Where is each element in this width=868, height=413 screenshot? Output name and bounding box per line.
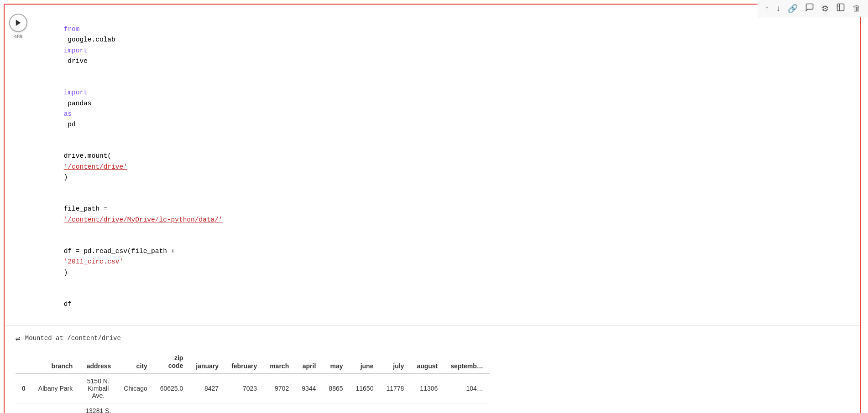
col-header-april: april [295, 351, 322, 373]
cell-jul-0: 11778 [380, 374, 410, 403]
cell-may-0: 8865 [322, 374, 349, 403]
string-file-path: '/content/drive/MyDrive/lc-python/data/' [64, 216, 223, 223]
string-csv-file: '2011_circ.csv' [64, 258, 124, 265]
col-header-june: june [350, 351, 380, 373]
cell-city-0: Chicago [117, 374, 153, 403]
table-header-row: branch address city zipcode january febr… [16, 351, 490, 373]
cell-sep-1: 7… [444, 403, 490, 413]
col-header-index [16, 351, 32, 373]
cell-feb-0: 7023 [225, 374, 263, 403]
svg-rect-0 [837, 4, 844, 11]
cell-jun-1: 870 [350, 403, 380, 413]
col-header-branch: branch [32, 351, 79, 373]
comment-icon[interactable] [805, 3, 814, 14]
col-header-zip: zipcode [154, 351, 190, 373]
col-header-march: march [263, 351, 295, 373]
cell-jul-1: 713 [380, 403, 410, 413]
dataframe-output: branch address city zipcode january febr… [16, 351, 852, 413]
link-icon[interactable]: 🔗 [788, 4, 798, 14]
col-header-july: july [380, 351, 410, 373]
settings-icon[interactable]: ⚙ [821, 4, 829, 14]
cell-jan-1: 1258 [189, 403, 225, 413]
cell-apr-1: 804 [295, 403, 322, 413]
col-header-september: septemb… [444, 351, 490, 373]
table-row: 1 Altgeld 13281 S.CorlissAve. Chicago 60… [16, 403, 490, 413]
notebook-toolbar: ↑ ↓ 🔗 ⚙ 🗑 [758, 0, 868, 17]
code-line-5: df = pd.read_csv(file_path + '2011_circ.… [32, 236, 852, 289]
cell-feb-1: 708 [225, 403, 263, 413]
cell-branch-0: Albany Park [32, 374, 79, 403]
string-content-drive: '/content/drive' [64, 163, 127, 170]
table-row: 0 Albany Park 5150 N.KimballAve. Chicago… [16, 374, 490, 403]
cell-sep-0: 104… [444, 374, 490, 403]
cell-branch-1: Altgeld [32, 403, 79, 413]
code-cell: 489 from google.colab import drive impor… [4, 4, 861, 413]
exec-count: 489 [14, 34, 22, 39]
col-header-february: february [225, 351, 263, 373]
cell-address-0: 5150 N.KimballAve. [79, 374, 117, 403]
cell-aug-0: 11306 [410, 374, 444, 403]
cell-zip-0: 60625.0 [154, 374, 190, 403]
cell-jun-0: 11650 [350, 374, 380, 403]
dataframe-table: branch address city zipcode january febr… [16, 351, 490, 413]
drive-mount-icon: ⇌ [16, 333, 21, 343]
cell-jan-0: 8427 [189, 374, 225, 403]
cell-zip-1: 60827.0 [154, 403, 190, 413]
code-line-2: import pandas as pd [32, 77, 852, 140]
code-line-6: df [32, 289, 852, 320]
row-index-1: 1 [16, 403, 32, 413]
keyword-from: from [64, 26, 80, 33]
keyword-as: as [64, 110, 72, 118]
col-header-august: august [410, 351, 444, 373]
svg-marker-1 [16, 20, 21, 26]
col-header-city: city [117, 351, 153, 373]
cell-aug-1: 480 [410, 403, 444, 413]
delete-icon[interactable]: 🗑 [852, 4, 861, 13]
code-line-3: drive.mount( '/content/drive' ) [32, 140, 852, 193]
cell-mar-0: 9702 [263, 374, 295, 403]
cell-may-1: 816 [322, 403, 349, 413]
move-up-icon[interactable]: ↑ [765, 4, 769, 13]
keyword-import: import [64, 47, 88, 54]
cell-city-1: Chicago [117, 403, 153, 413]
col-header-may: may [322, 351, 349, 373]
cell-apr-0: 9344 [295, 374, 322, 403]
col-header-address: address [79, 351, 117, 373]
code-line-4: file_path = '/content/drive/MyDrive/lc-p… [32, 193, 852, 236]
keyword-import2: import [64, 89, 88, 96]
row-index-0: 0 [16, 374, 32, 403]
mounted-text: Mounted at /content/drive [25, 335, 121, 342]
move-down-icon[interactable]: ↓ [776, 4, 780, 13]
cell-mar-1: 854 [263, 403, 295, 413]
code-editor[interactable]: from google.colab import drive import pa… [32, 12, 860, 325]
cell-address-1: 13281 S.CorlissAve. [79, 403, 117, 413]
expand-icon[interactable] [836, 3, 845, 14]
mounted-message: ⇌ Mounted at /content/drive [16, 333, 852, 343]
col-header-january: january [189, 351, 225, 373]
cell-output: ⇌ Mounted at /content/drive branch addre… [5, 325, 860, 413]
code-line-1: from google.colab import drive [32, 14, 852, 77]
run-cell-button[interactable] [9, 14, 27, 32]
